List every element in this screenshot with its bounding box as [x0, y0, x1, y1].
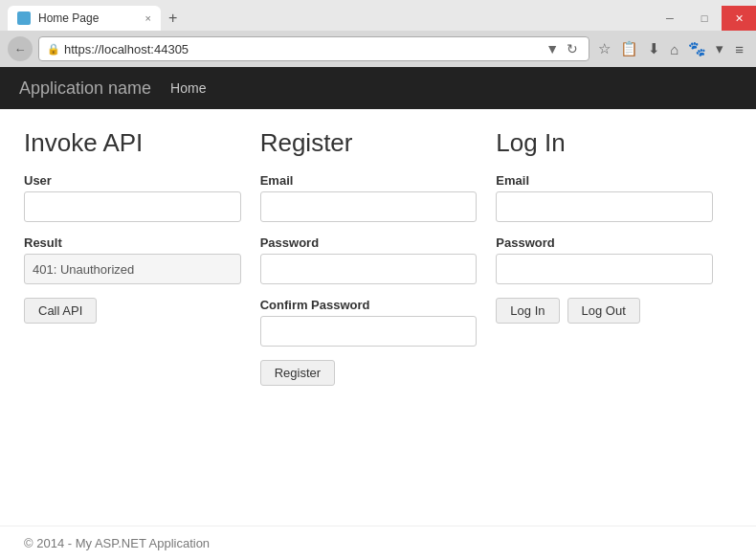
register-email-group: Email: [260, 173, 478, 222]
register-email-label: Email: [260, 173, 478, 188]
window-controls: ─ □ ✕: [653, 6, 756, 31]
url-bar[interactable]: 🔒 https://localhost:44305 ▼ ↻: [38, 36, 589, 61]
restore-button[interactable]: □: [687, 6, 722, 31]
register-confirm-password-label: Confirm Password: [260, 298, 478, 312]
address-bar: ← 🔒 https://localhost:44305 ▼ ↻ ☆ 📋 ⬇ ⌂ …: [0, 31, 756, 67]
download-icon[interactable]: ⬇: [645, 38, 663, 59]
browser-tab[interactable]: Home Page ×: [8, 6, 161, 31]
login-column: Log In Email Password Log In Log Out: [496, 128, 732, 506]
result-label: Result: [24, 235, 241, 250]
home-icon[interactable]: ⌂: [667, 39, 681, 59]
login-button-group: Log In Log Out: [496, 298, 713, 324]
nav-bar: Application name Home: [0, 67, 756, 109]
footer: © 2014 - My ASP.NET Application: [0, 526, 756, 560]
toolbar-icons: ☆ 📋 ⬇ ⌂ 🐾 ▾ ≡: [595, 38, 748, 59]
tab-label: Home Page: [38, 11, 99, 25]
register-password-group: Password: [260, 235, 478, 284]
user-field-group: User: [24, 173, 241, 222]
main-content: Invoke API User Result 401: Unauthorized…: [0, 109, 756, 526]
tab-close-button[interactable]: ×: [145, 12, 151, 24]
login-title: Log In: [496, 128, 713, 158]
invoke-api-title: Invoke API: [24, 128, 241, 158]
login-email-label: Email: [496, 173, 713, 188]
register-password-input[interactable]: [260, 254, 478, 284]
register-title: Register: [260, 128, 478, 158]
star-icon[interactable]: ☆: [595, 38, 613, 59]
minimize-button[interactable]: ─: [653, 6, 687, 31]
login-password-input[interactable]: [496, 254, 713, 284]
browser-content: Application name Home Invoke API User Re…: [0, 67, 756, 560]
url-text: https://localhost:44305: [64, 42, 539, 56]
nav-home-link[interactable]: Home: [170, 80, 206, 96]
tab-icon: [17, 11, 31, 25]
login-email-group: Email: [496, 173, 713, 222]
title-bar: Home Page × + ─ □ ✕: [0, 0, 756, 31]
content-columns: Invoke API User Result 401: Unauthorized…: [24, 128, 732, 506]
dropdown-icon[interactable]: ▼: [543, 41, 562, 56]
new-tab-button[interactable]: +: [161, 6, 185, 31]
footer-text: © 2014 - My ASP.NET Application: [24, 536, 210, 550]
app-name: Application name: [19, 78, 151, 99]
logout-button[interactable]: Log Out: [567, 298, 640, 324]
extension-icon[interactable]: 🐾: [685, 38, 709, 59]
user-input[interactable]: [24, 191, 241, 222]
register-password-label: Password: [260, 235, 478, 250]
register-email-input[interactable]: [260, 191, 478, 222]
reload-icon[interactable]: ↻: [564, 41, 581, 56]
call-api-button[interactable]: Call API: [24, 298, 97, 324]
login-password-label: Password: [496, 235, 713, 250]
login-button[interactable]: Log In: [496, 298, 559, 324]
clipboard-icon[interactable]: 📋: [617, 38, 641, 59]
result-box: 401: Unauthorized: [24, 254, 241, 284]
close-button[interactable]: ✕: [722, 6, 756, 31]
menu-icon[interactable]: ≡: [730, 39, 748, 59]
profile-icon[interactable]: ▾: [713, 38, 726, 59]
browser-window: Home Page × + ─ □ ✕ ← 🔒 https://localhos…: [0, 0, 756, 560]
user-label: User: [24, 173, 241, 188]
register-column: Register Email Password Confirm Password…: [260, 128, 497, 506]
login-password-group: Password: [496, 235, 713, 284]
result-field-group: Result 401: Unauthorized: [24, 235, 241, 284]
lock-icon: 🔒: [47, 43, 60, 56]
login-email-input[interactable]: [496, 191, 713, 222]
back-button[interactable]: ←: [8, 36, 33, 61]
invoke-api-column: Invoke API User Result 401: Unauthorized…: [24, 128, 260, 506]
url-bar-actions: ▼ ↻: [543, 41, 581, 56]
register-confirm-password-input[interactable]: [260, 316, 478, 347]
register-button[interactable]: Register: [260, 360, 335, 386]
register-confirm-password-group: Confirm Password: [260, 298, 478, 347]
